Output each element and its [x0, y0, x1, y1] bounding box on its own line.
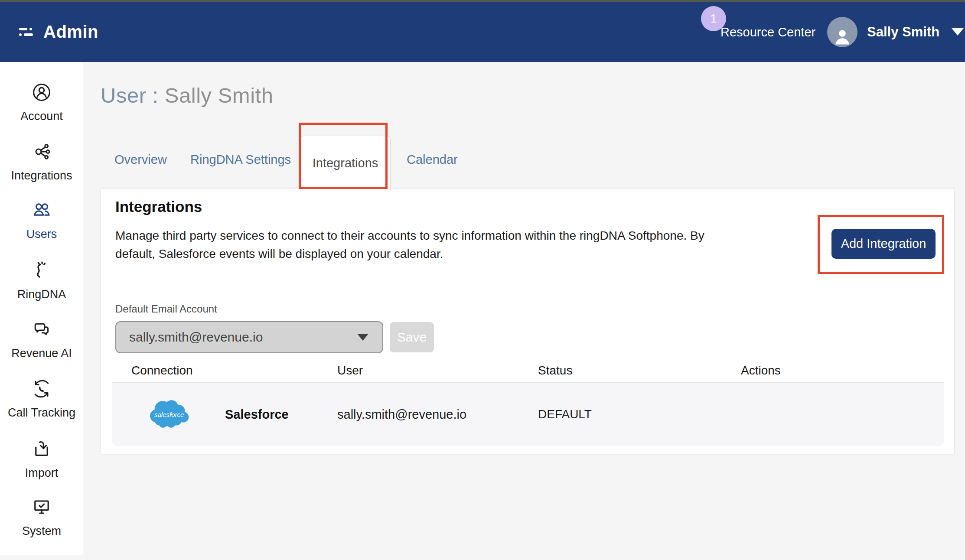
system-icon: [0, 497, 83, 518]
brand-link[interactable]: Admin: [19, 2, 98, 62]
salesforce-logo: salesforce: [147, 393, 193, 436]
save-button[interactable]: Save: [390, 322, 434, 352]
sidebar-nav: Account Integrations Users: [0, 62, 83, 555]
tab-integrations[interactable]: Integrations: [300, 136, 391, 190]
avatar: [827, 17, 857, 47]
top-navbar: Admin 1 Resource Center Sally Smith: [0, 2, 965, 62]
integrations-panel: Integrations Manage third party services…: [101, 189, 955, 454]
tab-overview[interactable]: Overview: [114, 153, 167, 167]
revenue-logo-icon: [19, 26, 36, 38]
user-menu[interactable]: Sally Smith: [827, 2, 964, 62]
tab-calendar[interactable]: Calendar: [407, 153, 458, 167]
call-tracking-icon: [0, 378, 83, 399]
section-title: Integrations: [115, 198, 202, 215]
integrations-icon: [0, 141, 83, 162]
section-description: Manage third party services to connect t…: [115, 227, 744, 263]
chevron-down-icon: [952, 28, 964, 36]
add-integration-button[interactable]: Add Integration: [831, 229, 936, 259]
user-name: Sally Smith: [867, 24, 939, 40]
resource-center-link[interactable]: Resource Center: [720, 25, 815, 39]
sidebar-item-call-tracking[interactable]: Call Tracking: [0, 378, 83, 420]
row-connection: Salesforce: [225, 407, 289, 422]
brand-title: Admin: [43, 22, 98, 42]
sidebar-item-system[interactable]: System: [0, 497, 83, 538]
col-header-user: User: [337, 364, 363, 378]
row-user: sally.smith@revenue.io: [337, 407, 466, 422]
users-icon: [0, 200, 83, 221]
import-icon: [0, 439, 83, 459]
default-email-value: sally.smith@revenue.io: [129, 330, 263, 345]
select-caret-icon: [357, 334, 368, 341]
table-row: salesforce Salesforce sally.smith@revenu…: [112, 383, 944, 446]
sidebar-item-revenue-ai[interactable]: Revenue AI: [0, 319, 83, 360]
col-header-actions: Actions: [741, 364, 781, 378]
page-title: User : Sally Smith: [101, 83, 273, 107]
tab-ringdna-settings[interactable]: RingDNA Settings: [190, 153, 291, 167]
account-icon: [0, 82, 83, 103]
chat-bubbles-icon: [0, 319, 83, 340]
ringing-phone-icon: [0, 260, 83, 281]
admin-app: Admin 1 Resource Center Sally Smith Acco…: [0, 0, 965, 560]
row-status: DEFAULT: [538, 407, 592, 421]
sidebar-item-users[interactable]: Users: [0, 200, 83, 241]
sidebar-item-ringdna[interactable]: RingDNA: [0, 260, 83, 301]
sidebar-item-account[interactable]: Account: [0, 82, 83, 123]
col-header-connection: Connection: [131, 364, 193, 378]
sidebar-item-import[interactable]: Import: [0, 439, 83, 480]
default-email-select[interactable]: sally.smith@revenue.io: [115, 321, 383, 353]
svg-text:salesforce: salesforce: [154, 411, 184, 418]
sidebar-item-integrations[interactable]: Integrations: [0, 141, 83, 182]
col-header-status: Status: [538, 364, 572, 378]
tab-bar: Overview RingDNA Settings Integrations C…: [101, 131, 955, 189]
default-email-label: Default Email Account: [115, 303, 217, 315]
